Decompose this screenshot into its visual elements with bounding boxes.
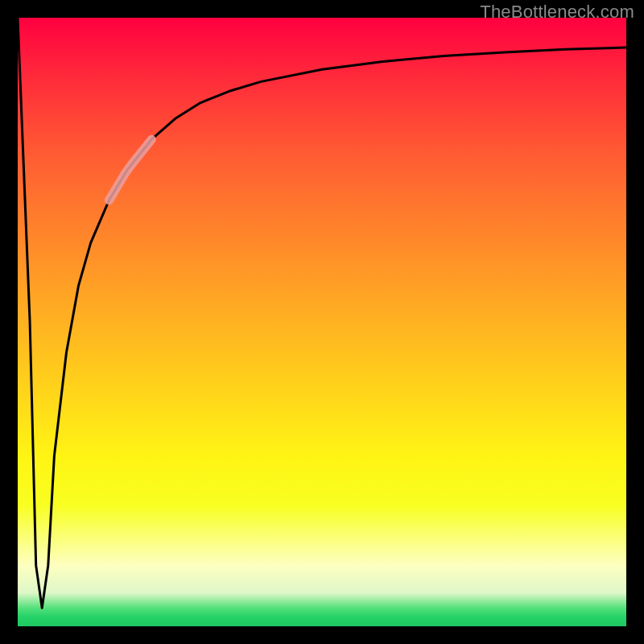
chart-svg <box>18 18 626 626</box>
watermark-text: TheBottleneck.com <box>480 2 634 23</box>
highlight-segment <box>109 139 151 200</box>
plot-area <box>18 18 626 626</box>
chart-frame: TheBottleneck.com <box>0 0 644 644</box>
bottleneck-curve <box>18 18 626 608</box>
